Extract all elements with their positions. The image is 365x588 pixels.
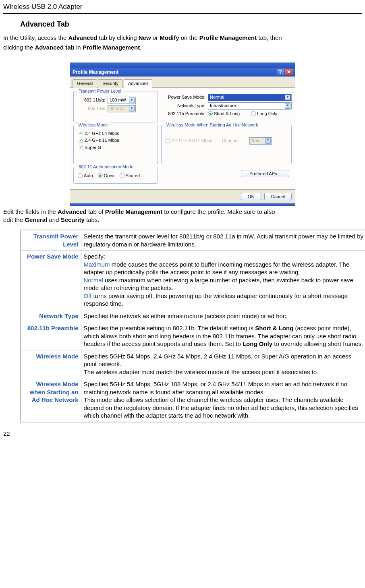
checkbox-label: 2.4 GHz 11 Mbps (85, 137, 119, 143)
label-power-save-mode: Power Save Mode: (161, 94, 205, 100)
table-row: Power Save ModeSpecify:Maximum mode caus… (21, 251, 365, 310)
radio-label: Open (104, 173, 115, 179)
page-number: 22 (3, 430, 362, 438)
definitions-table: Transmit Power LevelSelects the transmit… (20, 230, 365, 422)
select-power-save-mode[interactable]: Normal▼ (208, 94, 292, 101)
preferred-aps-button[interactable]: Preferred APs... (241, 170, 289, 177)
text: tab of (87, 208, 105, 215)
checkbox-super-g[interactable]: ✓Super G (78, 145, 153, 151)
text: tab by clicking (97, 34, 139, 41)
chevron-down-icon: ▼ (129, 97, 135, 103)
label-80211a: 802.11a: (78, 106, 105, 112)
label-80211b-preamble: 802.11b Preamble: (161, 111, 205, 117)
text-bold: Profile Management (199, 34, 257, 41)
select-value: Auto (251, 138, 261, 144)
text-bold: New (139, 34, 151, 41)
fieldset-wireless-mode: Wireless Mode ✓2.4 GHz 54 Mbps ✓2.4 GHz … (73, 125, 158, 164)
table-row: 802.11b PreambleSpecifies the preamble s… (21, 322, 365, 350)
table-term: Wireless Mode (21, 350, 81, 378)
text: in (75, 44, 83, 51)
fieldset-transmit-power-level: Transmit Power Level 802.11b/g: 100 mW▼ … (73, 91, 158, 122)
select-value: Infrastructure (210, 103, 236, 109)
radio-long-only[interactable]: Long Only (251, 111, 277, 117)
checkbox-24ghz-11mbps[interactable]: ✓2.4 GHz 11 Mbps (78, 137, 153, 143)
screenshot-profile-management: Profile Management ? ✕ General Security … (70, 62, 295, 206)
checkbox-24ghz-54mbps[interactable]: ✓2.4 GHz 54 Mbps (78, 130, 153, 137)
radio-icon (251, 111, 256, 116)
text: edit the (3, 216, 25, 223)
chevron-down-icon: ▼ (285, 103, 290, 109)
document-header: Wireless USB 2.0 Adapter (3, 0, 362, 14)
fieldset-wireless-mode-adhoc: Wireless Mode When Starting Ad Hoc Netwo… (161, 125, 292, 164)
close-button[interactable]: ✕ (285, 69, 292, 75)
radio-label: 2.4 GHz 54/11 Mbps (172, 138, 212, 144)
table-term: 802.11b Preamble (21, 322, 81, 350)
section-title: Advanced Tab (20, 19, 362, 29)
text: and (47, 216, 60, 223)
select-channel: Auto▼ (249, 137, 272, 145)
fieldset-legend: Transmit Power Level (77, 88, 123, 94)
radio-auth-open[interactable]: Open (98, 173, 115, 179)
label-network-type: Network Type: (161, 103, 205, 109)
text-bold: Advanced (58, 208, 87, 215)
highlight-term: Off (84, 292, 92, 299)
radio-auth-shared[interactable]: Shared (120, 173, 140, 179)
checkbox-icon: ✓ (78, 145, 83, 150)
text: Edit the fields in the (3, 208, 58, 215)
select-value: 100 mW (110, 97, 126, 103)
help-button[interactable]: ? (277, 69, 284, 75)
text: on the (179, 34, 199, 41)
right-settings: Power Save Mode: Normal▼ Network Type: I… (161, 91, 292, 122)
radio-icon (208, 111, 213, 116)
radio-auth-auto[interactable]: Auto (78, 173, 93, 179)
text: tab, then (257, 34, 282, 41)
text-bold: Short & Long (255, 325, 293, 331)
text: or (151, 34, 160, 41)
checkbox-icon: ✓ (78, 131, 83, 136)
label-channel: Channel: (222, 138, 240, 144)
checkbox-icon: ✓ (78, 138, 83, 143)
table-row: Wireless ModeSpecifies 5GHz 54 Mbps, 2.4… (21, 350, 365, 378)
ok-button[interactable]: OK (241, 193, 261, 200)
radio-label: Auto (84, 173, 93, 179)
text-bold: Advanced tab (35, 44, 74, 51)
label-80211bg: 802.11b/g: (78, 97, 105, 103)
text-bold: Profile Management (83, 44, 140, 51)
dialog-tabs: General Security Advanced (70, 77, 295, 88)
checkbox-label: Super G (85, 145, 101, 151)
chevron-down-icon: ▼ (265, 138, 271, 144)
table-term: Wireless Mode when Starting an Ad Hoc Ne… (21, 378, 81, 422)
fieldset-legend: Wireless Mode (77, 122, 110, 128)
select-value: Normal (210, 94, 224, 100)
radio-label: Shared (126, 173, 140, 179)
fieldset-legend: 802.11 Authentication Mode (77, 164, 135, 170)
window-bottom-border (70, 203, 295, 206)
radio-icon (78, 173, 83, 178)
tab-general[interactable]: General (73, 79, 97, 88)
window-top-border (70, 63, 295, 68)
checkbox-label: 2.4 GHz 54 Mbps (85, 130, 119, 137)
text-bold: Advanced (68, 34, 97, 41)
text: . (140, 44, 141, 51)
text-bold: Security (61, 216, 85, 223)
table-description: Specifies the network as either infrastr… (81, 310, 365, 322)
tab-security[interactable]: Security (98, 79, 123, 88)
window-titlebar[interactable]: Profile Management ? ✕ (70, 68, 295, 77)
radio-short-and-long[interactable]: Short & Long (208, 111, 240, 117)
fieldset-80211-auth-mode: 802.11 Authentication Mode Auto Open Sha… (73, 167, 158, 184)
select-network-type[interactable]: Infrastructure▼ (208, 102, 292, 110)
chevron-down-icon: ▼ (129, 106, 135, 112)
text-bold: Profile Management (105, 208, 163, 215)
highlight-term: Normal (84, 277, 103, 284)
table-row: Transmit Power LevelSelects the transmit… (21, 230, 365, 251)
table-description: Specifies the preamble setting in 802.11… (81, 322, 365, 350)
select-80211bg-power[interactable]: 100 mW▼ (108, 97, 136, 104)
table-description: Specify:Maximum mode causes the access p… (81, 251, 365, 310)
fieldset-legend: Wireless Mode When Starting Ad Hoc Netwo… (165, 122, 259, 128)
highlight-term: Maximum (84, 261, 110, 268)
table-description: Specifies 5GHz 54 Mbps, 5GHz 108 Mbps, o… (81, 378, 365, 422)
text-bold: Long Only (243, 340, 272, 347)
cancel-button[interactable]: Cancel (264, 193, 292, 200)
radio-24ghz-5411mbps: 2.4 GHz 54/11 Mbps (166, 138, 212, 144)
tab-advanced[interactable]: Advanced (124, 79, 152, 88)
